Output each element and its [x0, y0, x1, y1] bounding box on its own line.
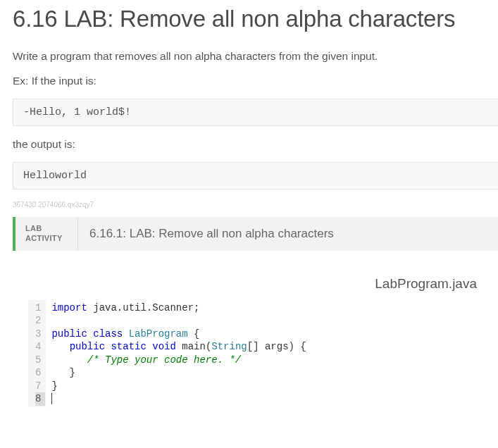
- lab-badge-line1: LAB: [25, 224, 77, 234]
- lab-badge-line2: ACTIVITY: [25, 234, 77, 244]
- code-editor[interactable]: 12345678 import java.util.Scanner;public…: [28, 300, 498, 407]
- line-number: 4: [35, 340, 41, 353]
- example-input-label: Ex: If the input is:: [13, 74, 498, 89]
- line-number: 6: [35, 366, 41, 379]
- lab-activity-title: 6.16.1: LAB: Remove all non alpha charac…: [77, 217, 345, 251]
- page-title: 6.16 LAB: Remove all non alpha character…: [13, 6, 498, 32]
- line-number: 3: [35, 328, 41, 340]
- line-number: 7: [35, 380, 41, 392]
- code-line[interactable]: import java.util.Scanner;: [51, 301, 306, 314]
- code-line[interactable]: /* Type your code here. */: [51, 354, 306, 366]
- text-cursor: [51, 393, 52, 404]
- example-input-box: -Hello, 1 world$!: [13, 99, 498, 126]
- line-number: 1: [35, 301, 41, 314]
- tiny-id-text: 367430.2074066.qx3zqy7: [13, 201, 498, 209]
- line-number: 5: [35, 354, 41, 366]
- code-line[interactable]: [51, 392, 306, 405]
- page: 6.16 LAB: Remove all non alpha character…: [0, 0, 498, 407]
- instructions-text: Write a program that removes all non alp…: [13, 49, 498, 64]
- example-output-box: Helloworld: [13, 162, 498, 189]
- code-line[interactable]: }: [51, 380, 306, 392]
- lab-activity-badge: LAB ACTIVITY: [15, 217, 77, 251]
- filename-label: LabProgram.java: [13, 270, 498, 300]
- code-line[interactable]: public static void main(String[] args) {: [51, 340, 306, 353]
- code-line[interactable]: [51, 314, 306, 327]
- code-area[interactable]: import java.util.Scanner;public class La…: [46, 300, 306, 407]
- line-number-gutter: 12345678: [28, 300, 46, 407]
- lab-activity-header: LAB ACTIVITY 6.16.1: LAB: Remove all non…: [13, 217, 498, 251]
- code-line[interactable]: }: [51, 366, 306, 379]
- code-line[interactable]: public class LabProgram {: [51, 328, 306, 340]
- line-number: 2: [35, 314, 41, 327]
- line-number: 8: [35, 392, 45, 405]
- example-output-label: the output is:: [13, 137, 498, 152]
